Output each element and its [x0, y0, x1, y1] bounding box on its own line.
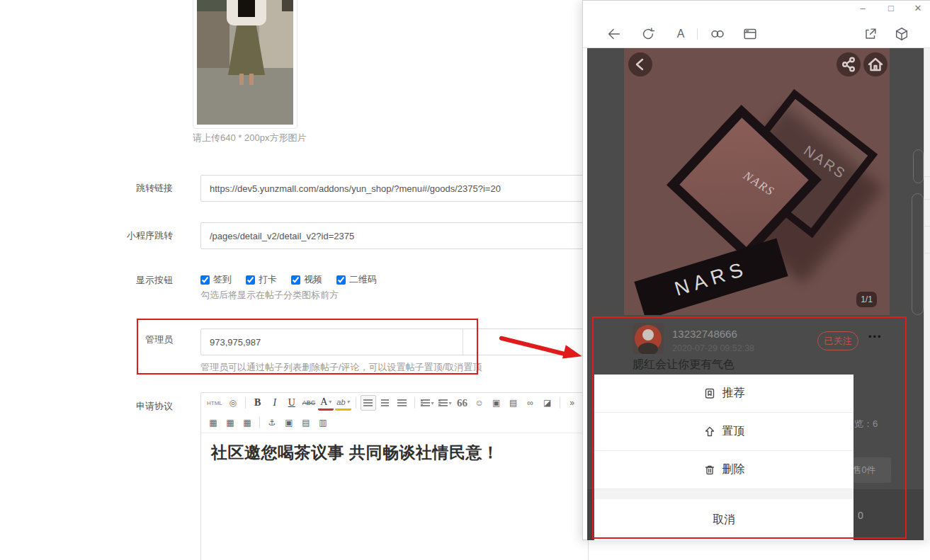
toolbar-separator [356, 397, 356, 408]
panel-divider [924, 253, 930, 253]
upload-size-hint: 请上传640 * 200px方形图片 [193, 132, 306, 144]
link-icon[interactable] [709, 25, 726, 42]
agreement-label: 申请协议 [105, 400, 173, 413]
image-button[interactable]: ▣ [489, 395, 504, 411]
align-right-icon [397, 399, 407, 406]
checkbox-label: 二维码 [349, 273, 377, 286]
display-buttons-label: 显示按钮 [105, 274, 173, 287]
font-icon[interactable]: A [672, 25, 689, 42]
eraser-button[interactable]: ◪ [540, 395, 555, 411]
display-buttons-group: 签到 打卡 视频 二维码 [200, 273, 377, 286]
close-button[interactable]: ✕ [912, 3, 924, 13]
print-button[interactable]: ▤ [298, 415, 314, 430]
unordered-list-icon [438, 399, 448, 406]
indent-button[interactable]: » [565, 395, 580, 411]
panel-divider [924, 176, 930, 177]
font-color-button[interactable]: A [318, 395, 334, 411]
scroll-indicator[interactable] [913, 149, 924, 183]
blockquote-button[interactable]: 66 [455, 395, 470, 411]
minimize-button[interactable]: – [856, 3, 869, 13]
highlight-button[interactable]: ab [335, 395, 351, 411]
video-checkbox[interactable] [291, 275, 300, 285]
annotation-rect-admin [137, 319, 478, 375]
agreement-heading: 社区邀您喝茶议事 共同畅谈社情民意！ [211, 442, 578, 464]
photo-figure [239, 74, 244, 85]
emoji-button[interactable]: ☺ [472, 395, 487, 411]
clockin-checkbox[interactable] [246, 275, 255, 285]
photo-path [197, 68, 293, 125]
checkbox-clockin[interactable]: 打卡 [246, 273, 277, 286]
preview-button[interactable]: ◎ [225, 395, 241, 411]
phone-share-icon[interactable] [837, 52, 861, 76]
display-buttons-hint: 勾选后将显示在帖子分类图标前方 [200, 289, 339, 302]
browser-icon[interactable] [742, 25, 759, 42]
media-button[interactable]: ▤ [506, 395, 521, 411]
upload-image-card[interactable] [193, 0, 297, 129]
jump-link-input[interactable] [200, 175, 589, 202]
product-image[interactable]: NARS NARS NARS 1/1 [624, 48, 890, 315]
toolbar-separator [245, 397, 246, 408]
side-panel-strip [924, 48, 930, 540]
maximize-button[interactable]: □ [885, 3, 897, 13]
back-icon[interactable] [606, 25, 623, 42]
paste-button[interactable]: ▥ [315, 415, 331, 430]
table-col-button[interactable]: ▦ [239, 415, 255, 430]
checkbox-video[interactable]: 视频 [291, 273, 322, 286]
photo-figure [249, 74, 254, 85]
ordered-list-button[interactable] [419, 395, 436, 411]
refresh-icon[interactable] [640, 25, 657, 42]
checkbox-label: 签到 [213, 273, 232, 286]
cube-icon[interactable] [893, 25, 910, 42]
phone-back-icon[interactable] [628, 52, 652, 76]
signin-checkbox[interactable] [200, 275, 210, 285]
italic-button[interactable]: I [267, 395, 283, 411]
window-titlebar[interactable]: – □ ✕ [583, 1, 930, 19]
editor-toolbar-row2: ▦ ▦ ▦ ⚓ ▣ ▤ ▥ [201, 413, 588, 433]
toolbar-separator [414, 397, 415, 408]
link-button[interactable]: ∞ [523, 395, 538, 411]
map-button[interactable]: ▣ [281, 415, 297, 430]
photo-top [238, 0, 255, 17]
annotation-rect-preview [592, 316, 907, 539]
ordered-list-icon [421, 399, 430, 406]
window-toolbar: A [583, 19, 930, 48]
miniapp-jump-input[interactable] [200, 222, 589, 249]
strikethrough-button[interactable]: ABC [301, 395, 317, 411]
miniapp-jump-label: 小程序跳转 [105, 229, 173, 242]
underline-button[interactable]: U [284, 395, 300, 411]
uploaded-image [197, 0, 293, 125]
panel-divider [924, 226, 930, 227]
brand-logo: NARS [672, 257, 751, 301]
share-icon[interactable] [862, 25, 879, 42]
scrollbar[interactable] [912, 193, 924, 315]
rich-text-editor[interactable]: HTML ◎ B I U ABC A ab 66 ☺ ▣ ▤ ∞ ◪ » ▦ ▦… [200, 392, 589, 560]
table-button[interactable]: ▦ [205, 415, 221, 430]
toolbar-divider [697, 28, 698, 40]
checkbox-label: 视频 [304, 273, 322, 286]
editor-toolbar-row1: HTML ◎ B I U ABC A ab 66 ☺ ▣ ▤ ∞ ◪ » [201, 393, 588, 413]
checkbox-qrcode[interactable]: 二维码 [336, 273, 377, 286]
table-row-button[interactable]: ▦ [222, 415, 238, 430]
editor-content[interactable]: 社区邀您喝茶议事 共同畅谈社情民意！ [201, 433, 588, 472]
unordered-list-button[interactable] [437, 395, 453, 411]
panel-divider [924, 199, 930, 200]
qrcode-checkbox[interactable] [336, 275, 346, 285]
toolbar-separator [259, 417, 260, 428]
checkbox-label: 打卡 [259, 273, 277, 286]
align-right-button[interactable] [395, 395, 410, 411]
align-left-icon [363, 399, 373, 406]
align-center-icon [381, 399, 389, 406]
anchor-button[interactable]: ⚓ [264, 415, 280, 430]
align-center-button[interactable] [378, 395, 393, 411]
html-source-button[interactable]: HTML [205, 395, 224, 411]
toolbar-separator [560, 397, 560, 408]
jump-link-label: 跳转链接 [105, 182, 173, 195]
phone-home-icon[interactable] [863, 52, 888, 76]
checkbox-signin[interactable]: 签到 [200, 273, 232, 286]
bold-button[interactable]: B [250, 395, 266, 411]
photo-window [282, 0, 293, 11]
align-left-button[interactable] [361, 395, 376, 411]
compact-side: NARS [634, 239, 788, 315]
image-counter-badge: 1/1 [856, 292, 877, 307]
